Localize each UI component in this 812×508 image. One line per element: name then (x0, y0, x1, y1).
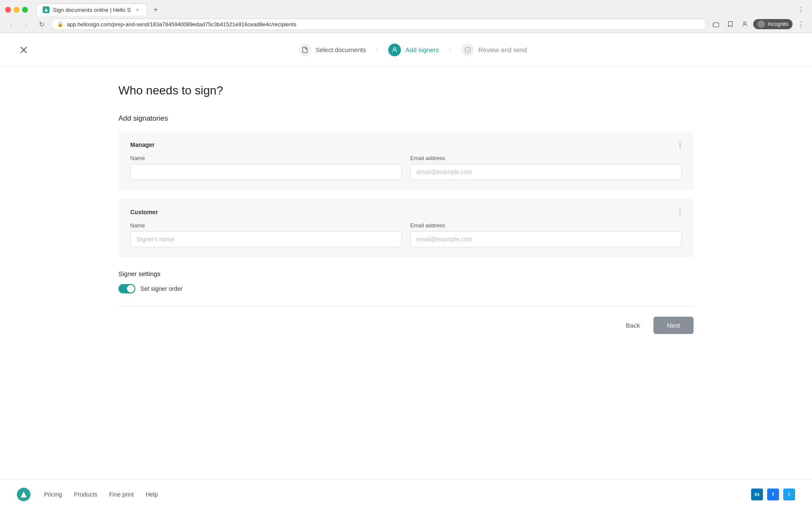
toolbar-icons: Incognito ⋮ (710, 18, 807, 30)
address-text: app.hellosign.com/prep-and-send/183a7845… (67, 21, 700, 28)
customer-form-row: Name Email address (130, 222, 682, 247)
steps-navigation: Select documents › Add signers › Review … (290, 40, 535, 60)
toggle-row: Set signer order (118, 284, 694, 293)
footer-left: Pricing Products Fine print Help (17, 488, 158, 501)
manager-email-label: Email address (410, 155, 682, 161)
incognito-icon (757, 20, 765, 28)
cast-icon[interactable] (710, 18, 722, 30)
tab-close-btn[interactable]: × (134, 6, 141, 13)
new-tab-button[interactable]: + (150, 4, 162, 16)
customer-email-group: Email address (410, 222, 682, 247)
footer-social: in f t (751, 489, 795, 500)
dot-red[interactable] (5, 7, 11, 13)
manager-email-group: Email address (410, 155, 682, 180)
step-person-icon (388, 44, 401, 56)
back-nav-button[interactable]: ‹ (5, 18, 17, 30)
tab-title: Sign documents online | Hello S (53, 7, 131, 13)
bookmark-icon[interactable] (724, 18, 736, 30)
browser-toolbar: ‹ › ↻ 🔒 app.hellosign.com/prep-and-send/… (0, 16, 812, 33)
browser-dots (5, 7, 28, 13)
customer-name-label: Name (130, 222, 402, 229)
svg-point-1 (744, 22, 746, 24)
app-container: Select documents › Add signers › Review … (0, 33, 812, 508)
step-arrow-2: › (449, 46, 451, 54)
manager-name-label: Name (130, 155, 402, 161)
manager-role-label: Manager (130, 141, 682, 148)
step-select-documents[interactable]: Select documents (290, 40, 374, 60)
lock-icon: 🔒 (57, 21, 63, 27)
tab-bar: Sign documents online | Hello S × + (36, 3, 162, 16)
incognito-label: Incognito (768, 21, 788, 27)
account-icon[interactable] (739, 18, 751, 30)
reload-nav-button[interactable]: ↻ (36, 18, 47, 30)
footer-link-products[interactable]: Products (74, 491, 97, 498)
step-add-signers[interactable]: Add signers (380, 40, 447, 60)
footer-logo (17, 488, 30, 501)
step-select-documents-label: Select documents (315, 46, 366, 53)
customer-email-input[interactable] (410, 231, 682, 247)
forward-nav-button[interactable]: › (20, 18, 32, 30)
customer-email-label: Email address (410, 222, 682, 229)
manager-form-row: Name Email address (130, 155, 682, 180)
step-review-and-send[interactable]: Review and send (453, 40, 535, 60)
facebook-icon[interactable]: f (767, 489, 779, 500)
customer-name-input[interactable] (130, 231, 402, 247)
browser-menu-icon[interactable]: ⋮ (795, 4, 807, 16)
section-title: Add signatories (118, 114, 694, 123)
step-check-icon (461, 44, 474, 56)
tab-favicon (43, 6, 49, 13)
step-arrow-1: › (376, 46, 378, 54)
linkedin-icon[interactable]: in (751, 489, 763, 500)
footer-links: Pricing Products Fine print Help (44, 491, 158, 498)
step-add-signers-label: Add signers (405, 46, 439, 53)
manager-name-group: Name (130, 155, 402, 180)
step-doc-icon (299, 44, 311, 56)
customer-role-label: Customer (130, 209, 682, 215)
footer-link-pricing[interactable]: Pricing (44, 491, 62, 498)
action-row: Back Next (118, 317, 694, 342)
dot-green[interactable] (22, 7, 28, 13)
main-content: Who needs to sign? Add signatories Manag… (0, 67, 812, 479)
next-button[interactable]: Next (653, 317, 694, 334)
settings-divider (118, 306, 694, 306)
active-tab[interactable]: Sign documents online | Hello S × (36, 3, 147, 16)
manager-signatory-card: Manager ⋮ Name Email address (118, 131, 694, 190)
signer-settings-title: Signer settings (118, 270, 694, 277)
address-bar[interactable]: 🔒 app.hellosign.com/prep-and-send/183a78… (51, 19, 707, 30)
twitter-icon[interactable]: t (783, 489, 795, 500)
customer-card-menu[interactable]: ⋮ (674, 206, 686, 218)
manager-name-input-wrapper (130, 164, 402, 180)
page-title: Who needs to sign? (118, 84, 694, 97)
close-button[interactable] (17, 43, 30, 57)
footer-link-help[interactable]: Help (145, 491, 158, 498)
browser-chrome: Sign documents online | Hello S × + ⋮ ‹ … (0, 0, 812, 33)
signer-order-toggle[interactable] (118, 284, 135, 293)
customer-name-group: Name (130, 222, 402, 247)
incognito-button[interactable]: Incognito (753, 19, 793, 29)
footer-link-fine-print[interactable]: Fine print (109, 491, 134, 498)
browser-more-icon[interactable]: ⋮ (795, 18, 807, 30)
dot-yellow[interactable] (14, 7, 19, 13)
manager-name-input[interactable] (130, 164, 402, 180)
toggle-label: Set signer order (140, 285, 183, 292)
manager-card-menu[interactable]: ⋮ (674, 139, 686, 151)
signer-settings-section: Signer settings Set signer order (118, 270, 694, 293)
app-header: Select documents › Add signers › Review … (0, 33, 812, 67)
svg-rect-0 (713, 23, 719, 27)
customer-signatory-card: Customer ⋮ Name Email address (118, 199, 694, 257)
app-footer: Pricing Products Fine print Help in f t (0, 479, 812, 508)
browser-title-bar: Sign documents online | Hello S × + ⋮ (0, 0, 812, 16)
step-review-label: Review and send (478, 46, 527, 53)
svg-point-4 (394, 47, 396, 50)
back-button[interactable]: Back (618, 318, 647, 333)
manager-email-input[interactable] (410, 164, 682, 180)
toggle-knob (127, 285, 134, 293)
